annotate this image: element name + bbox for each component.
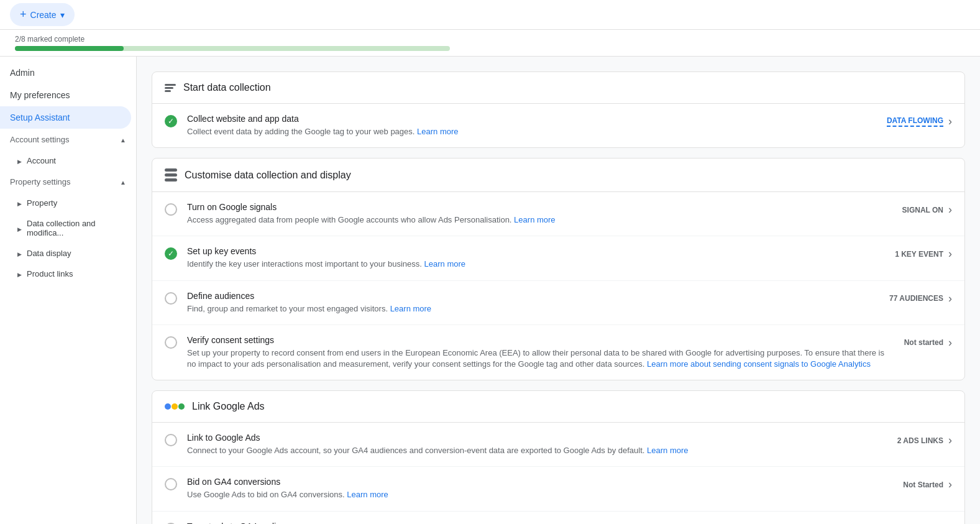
dropdown-icon: ▾ (60, 10, 65, 20)
stack-icon (165, 84, 176, 92)
link-ads-header: Link Google Ads (152, 391, 964, 423)
row-google-signals[interactable]: Turn on Google signals Access aggregated… (152, 192, 964, 236)
sidebar-section-property-settings[interactable]: Property settings (0, 171, 136, 193)
learn-more-signals[interactable]: Learn more (514, 215, 555, 224)
start-data-icon (165, 84, 176, 92)
row-title-audiences: Define audiences (187, 291, 879, 301)
row-title-consent: Verify consent settings (187, 335, 894, 345)
row-title-collect-website: Collect website and app data (187, 114, 877, 124)
row-desc-signals: Access aggregated data from people with … (187, 214, 892, 226)
property-label: Property (27, 198, 57, 208)
data-collection-label: Data collection and modifica... (27, 219, 121, 237)
learn-more-key-events[interactable]: Learn more (424, 259, 465, 269)
sidebar-item-product-links[interactable]: Product links (0, 264, 131, 284)
customise-data-header: Customise data collection and display (152, 159, 964, 192)
check-circle-done (165, 115, 177, 127)
sidebar-item-admin[interactable]: Admin (0, 62, 136, 84)
start-data-title: Start data collection (183, 82, 271, 93)
status-key-event: 1 KEY EVENT (895, 250, 943, 259)
row-title-signals: Turn on Google signals (187, 202, 892, 212)
db-icon (165, 168, 177, 182)
row-chevron-collect: › (948, 115, 952, 128)
sidebar: Admin My preferences Setup Assistant Acc… (0, 57, 137, 524)
row-desc-key-events: Identify the key user interactions most … (187, 259, 885, 270)
progress-label: 2/8 marked complete (15, 35, 965, 44)
account-label: Account (27, 156, 56, 165)
row-body-target-ads: Target ads to GA4 audiences Go to Ads an… (187, 522, 866, 525)
row-body-audiences: Define audiences Find, group and remarke… (187, 291, 879, 315)
top-bar: + Create ▾ (0, 0, 980, 30)
progress-bar-fill (15, 46, 124, 51)
check-circle-key-events (165, 247, 177, 260)
status-consent-not-started: Not started (904, 338, 943, 347)
sidebar-item-data-collection[interactable]: Data collection and modifica... (0, 213, 131, 243)
ads-logo-icon (165, 403, 185, 410)
row-desc-consent: Set up your property to record consent f… (187, 347, 894, 370)
check-circle-signals (165, 203, 177, 216)
progress-bar-background (15, 46, 450, 51)
product-links-arrow (17, 269, 27, 278)
row-status-key-events: 1 KEY EVENT › (895, 247, 952, 260)
check-circle-bid-ga4 (165, 478, 177, 490)
row-verify-consent[interactable]: Verify consent settings Set up your prop… (152, 325, 964, 380)
progress-area: 2/8 marked complete (0, 30, 980, 57)
sidebar-section-account-settings[interactable]: Account settings (0, 129, 136, 150)
row-define-audiences[interactable]: Define audiences Find, group and remarke… (152, 281, 964, 325)
check-circle-audiences (165, 292, 177, 305)
row-desc-audiences: Find, group and remarket to your most en… (187, 303, 879, 315)
sidebar-item-setup-assistant[interactable]: Setup Assistant (0, 106, 131, 129)
learn-more-audiences[interactable]: Learn more (390, 304, 431, 313)
property-settings-chevron (120, 177, 126, 186)
row-status-bid-ga4: Not Started › (903, 478, 952, 491)
row-body-signals: Turn on Google signals Access aggregated… (187, 202, 892, 226)
row-body-key-events: Set up key events Identify the key user … (187, 246, 885, 270)
row-status-consent: Not started › (904, 336, 952, 349)
row-collect-website[interactable]: Collect website and app data Collect eve… (152, 104, 964, 147)
row-key-events[interactable]: Set up key events Identify the key user … (152, 236, 964, 280)
row-check-consent (165, 336, 180, 349)
layout: Admin My preferences Setup Assistant Acc… (0, 57, 980, 524)
sidebar-item-preferences[interactable]: My preferences (0, 84, 136, 106)
row-status-audiences: 77 AUDIENCES › (889, 292, 952, 305)
status-audiences: 77 AUDIENCES (889, 294, 943, 303)
row-check-signals (165, 203, 180, 216)
main-content: Start data collection Collect website an… (137, 57, 980, 524)
plus-icon: + (20, 8, 27, 21)
row-status-collect-website: DATA FLOWING › (887, 115, 952, 128)
learn-more-bid-ga4[interactable]: Learn more (347, 490, 388, 499)
check-circle-link-ads (165, 434, 177, 446)
create-button[interactable]: + Create ▾ (10, 3, 75, 26)
row-check-bid-ga4 (165, 478, 180, 490)
row-body-link-ads: Link to Google Ads Connect to your Googl… (187, 433, 887, 456)
row-check-key-events (165, 247, 180, 260)
learn-more-link-collect[interactable]: Learn more (417, 127, 458, 136)
sidebar-item-property[interactable]: Property (0, 193, 131, 213)
status-signal-on: SIGNAL ON (902, 206, 943, 214)
row-chevron-signals: › (948, 203, 952, 216)
create-label: Create (30, 10, 57, 20)
data-collection-arrow (17, 224, 27, 233)
row-chevron-consent: › (948, 336, 952, 349)
row-target-ads[interactable]: Target ads to GA4 audiences Go to Ads an… (152, 512, 964, 525)
sidebar-item-data-display[interactable]: Data display (0, 243, 131, 264)
account-settings-chevron (120, 135, 126, 144)
status-data-flowing: DATA FLOWING (887, 116, 943, 127)
row-title-target-ads: Target ads to GA4 audiences (187, 522, 866, 525)
start-data-collection-card: Start data collection Collect website an… (152, 71, 965, 148)
account-settings-label: Account settings (10, 135, 69, 144)
row-bid-ga4[interactable]: Bid on GA4 conversions Use Google Ads to… (152, 467, 964, 511)
check-circle-consent (165, 336, 177, 349)
customise-data-title: Customise data collection and display (185, 170, 351, 181)
learn-more-link-ads[interactable]: Learn more (647, 446, 688, 455)
google-ads-icon (165, 403, 185, 410)
learn-more-consent[interactable]: Learn more about sending consent signals… (647, 359, 871, 369)
row-body-collect-website: Collect website and app data Collect eve… (187, 114, 877, 137)
link-google-ads-card: Link Google Ads Link to Google Ads Conne… (152, 390, 965, 524)
row-check-collect-website (165, 115, 180, 127)
status-bid-not-started: Not Started (903, 480, 943, 489)
row-chevron-audiences: › (948, 292, 952, 305)
sidebar-item-account[interactable]: Account (0, 150, 131, 171)
link-ads-title: Link Google Ads (192, 401, 265, 412)
row-link-to-ads[interactable]: Link to Google Ads Connect to your Googl… (152, 423, 964, 467)
row-check-link-ads (165, 434, 180, 446)
